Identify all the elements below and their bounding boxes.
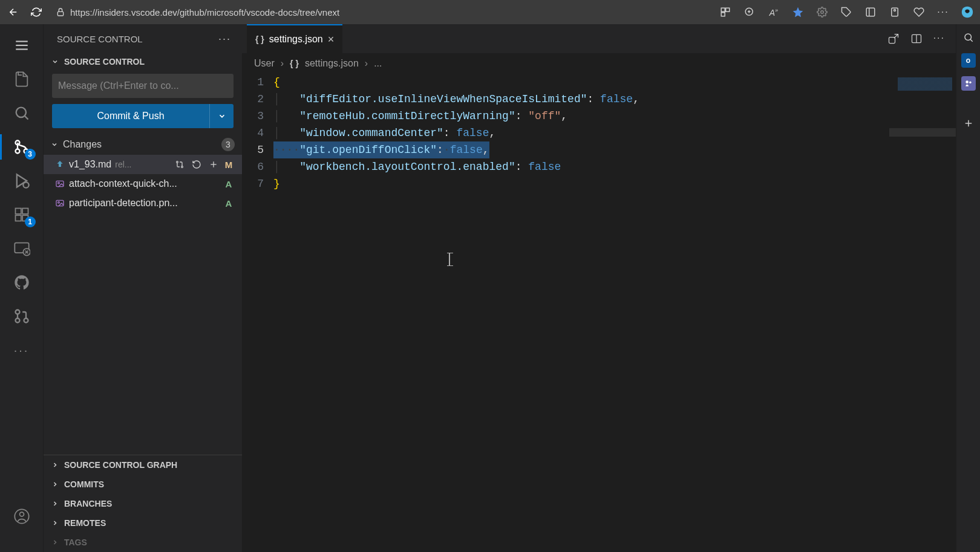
section-label: BRANCHES [64, 499, 112, 508]
svg-point-27 [15, 319, 19, 323]
file-name: attach-context-quick-ch... [69, 178, 177, 189]
svg-point-13 [16, 108, 25, 117]
pull-requests-icon[interactable] [11, 306, 32, 326]
svg-rect-3 [721, 13, 725, 16]
discard-icon[interactable] [191, 159, 202, 170]
section-label: COMMITS [64, 479, 104, 489]
svg-line-14 [24, 116, 28, 120]
status-letter: M [223, 160, 235, 170]
svg-point-30 [19, 512, 24, 516]
file-name: participant-detection.pn... [69, 198, 178, 209]
section-label: SOURCE CONTROL GRAPH [64, 460, 177, 470]
breadcrumb[interactable]: User › { } settings.json › ... [242, 53, 956, 74]
code-content[interactable]: { │ "diffEditor.useInlineViewWhenSpaceIs… [273, 74, 956, 552]
extensions-activity-icon[interactable]: 1 [11, 204, 32, 225]
collapsed-section[interactable]: TAGS [44, 533, 242, 552]
favorite-icon[interactable] [791, 5, 805, 19]
status-letter: A [223, 198, 235, 209]
open-changes-icon[interactable] [887, 33, 900, 45]
source-control-section-header[interactable]: SOURCE CONTROL [44, 53, 242, 70]
zoom-icon[interactable] [743, 5, 756, 19]
editor-more-icon[interactable]: ··· [933, 33, 945, 45]
copilot-icon[interactable] [961, 5, 974, 19]
performance-icon[interactable] [888, 5, 901, 19]
activity-bar: 3 1 ··· [0, 24, 44, 552]
read-aloud-icon[interactable]: A» [767, 5, 780, 19]
add-rail-icon[interactable] [961, 116, 976, 131]
menu-icon[interactable] [11, 35, 32, 56]
outlook-rail-icon[interactable]: o [961, 53, 976, 68]
file-path: rel... [115, 160, 131, 169]
accounts-icon[interactable] [11, 506, 32, 527]
remote-explorer-icon[interactable] [11, 238, 32, 259]
svg-point-28 [24, 319, 28, 323]
stage-icon[interactable] [208, 159, 219, 170]
chevron-right-icon [51, 461, 59, 469]
more-activity-icon[interactable]: ··· [11, 340, 32, 360]
svg-point-9 [894, 10, 896, 11]
svg-rect-20 [15, 209, 21, 214]
changed-file-row[interactable]: attach-context-quick-ch... A [44, 174, 242, 193]
changes-header[interactable]: Changes 3 [44, 134, 242, 155]
svg-point-5 [821, 11, 824, 14]
svg-point-17 [15, 149, 19, 154]
search-rail-icon[interactable] [961, 30, 976, 45]
address-bar[interactable]: https://insiders.vscode.dev/github/micro… [52, 7, 710, 18]
search-icon[interactable] [11, 103, 32, 123]
chevron-right-icon [51, 538, 59, 547]
teams-rail-icon[interactable] [961, 76, 976, 91]
right-rail: o [956, 24, 980, 552]
breadcrumb-seg[interactable]: settings.json [305, 58, 359, 69]
minimap[interactable] [889, 74, 956, 552]
svg-line-43 [970, 39, 973, 42]
breadcrumb-seg[interactable]: User [254, 58, 275, 69]
svg-point-42 [965, 34, 972, 41]
chevron-down-icon [51, 57, 59, 66]
svg-point-31 [177, 161, 178, 163]
extensions-badge: 1 [25, 216, 36, 227]
markdown-file-icon [54, 159, 65, 170]
svg-rect-6 [866, 8, 875, 16]
source-control-icon[interactable]: 3 [11, 137, 32, 157]
compare-icon[interactable] [174, 159, 185, 170]
chevron-right-icon: › [365, 58, 368, 69]
settings-gear-icon[interactable] [815, 5, 829, 19]
changes-label: Changes [63, 139, 102, 150]
editor-area: { } settings.json × ··· User › { } setti… [242, 24, 956, 552]
svg-rect-0 [57, 11, 63, 16]
lock-icon [56, 7, 65, 17]
commit-message-input[interactable] [52, 74, 234, 98]
refresh-button[interactable] [29, 5, 44, 19]
app-icon[interactable] [719, 5, 732, 19]
collapsed-section[interactable]: COMMITS [44, 475, 242, 494]
code-editor[interactable]: 1 2 3 4 5 6 7 { │ "diffEditor.useInlineV… [242, 74, 956, 552]
image-file-icon [54, 198, 65, 209]
github-icon[interactable] [11, 272, 32, 293]
json-file-icon: { } [290, 59, 299, 68]
line-number-gutter: 1 2 3 4 5 6 7 [242, 74, 273, 552]
more-icon[interactable]: ··· [936, 5, 950, 19]
run-debug-icon[interactable] [11, 170, 32, 191]
chevron-right-icon [51, 499, 59, 508]
svg-rect-1 [721, 8, 725, 11]
changes-count-badge: 3 [221, 138, 235, 151]
back-button[interactable] [6, 5, 21, 19]
commit-dropdown-button[interactable] [209, 104, 234, 128]
explorer-icon[interactable] [11, 69, 32, 89]
collapsed-section[interactable]: SOURCE CONTROL GRAPH [44, 455, 242, 475]
close-tab-icon[interactable]: × [328, 33, 335, 46]
editor-tab[interactable]: { } settings.json × [247, 24, 342, 53]
chevron-right-icon: › [281, 58, 284, 69]
changed-file-row[interactable]: v1_93.md rel... M [44, 155, 242, 174]
collapsed-section[interactable]: BRANCHES [44, 494, 242, 513]
commit-push-button[interactable]: Commit & Push [52, 104, 209, 128]
collections-icon[interactable] [864, 5, 877, 19]
extensions-icon[interactable] [840, 5, 853, 19]
breadcrumb-seg[interactable]: ... [374, 58, 382, 69]
split-editor-icon[interactable] [910, 33, 923, 45]
sidebar-more-icon[interactable]: ··· [218, 33, 231, 45]
collapsed-section[interactable]: REMOTES [44, 513, 242, 533]
section-label: REMOTES [64, 518, 106, 528]
heart-icon[interactable] [912, 5, 926, 19]
changed-file-row[interactable]: participant-detection.pn... A [44, 193, 242, 213]
